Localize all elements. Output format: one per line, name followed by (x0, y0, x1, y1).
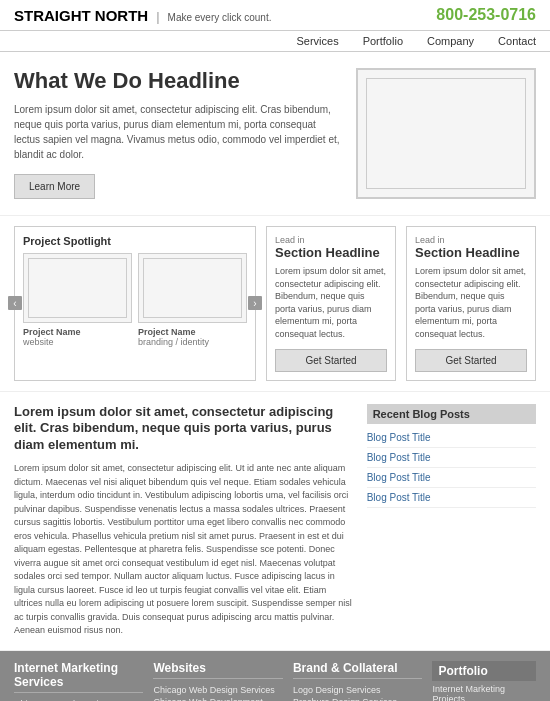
project-type-2: branding / identity (138, 337, 209, 347)
footer-services-head: Internet Marketing Services (14, 661, 143, 693)
footer-services-col: Internet Marketing Services Chicago Sear… (14, 661, 143, 701)
project-type-1: website (23, 337, 54, 347)
logo-area: STRAIGHT NORTH | Make every click count. (14, 7, 272, 24)
lead-label-2: Lead in (415, 235, 527, 245)
project-image-1 (23, 253, 132, 323)
lead-label-1: Lead in (275, 235, 387, 245)
tagline: Make every click count. (168, 12, 272, 23)
footer-columns: Internet Marketing Services Chicago Sear… (0, 651, 550, 701)
footer-portfolio-head: Portfolio (432, 661, 536, 681)
project-name-1: Project Name (23, 327, 132, 337)
footer-link[interactable]: Chicago Web Design Services (153, 685, 282, 695)
prev-arrow[interactable]: ‹ (8, 296, 22, 310)
footer-websites-col: Websites Chicago Web Design Services Chi… (153, 661, 282, 701)
hero-text: What We Do Headline Lorem ipsum dolor si… (14, 68, 342, 199)
nav-contact[interactable]: Contact (498, 35, 536, 47)
blog-post-1[interactable]: Blog Post Title (367, 428, 536, 448)
get-started-button-2[interactable]: Get Started (415, 349, 527, 372)
lead-headline-1: Section Headline (275, 245, 387, 260)
hero-image-placeholder (356, 68, 536, 199)
blog-title: Recent Blog Posts (367, 404, 536, 424)
footer-right-col: Portfolio Internet Marketing Projects We… (432, 661, 536, 701)
project-caption-1: Project Name website (23, 327, 132, 347)
footer: Internet Marketing Services Chicago Sear… (0, 651, 550, 701)
phone-number[interactable]: 800-253-0716 (436, 6, 536, 24)
footer-link[interactable]: Brochure Design Services (293, 697, 422, 701)
spotlight-images (23, 253, 247, 323)
lead-body-2: Lorem ipsum dolor sit amet, consectetur … (415, 265, 527, 341)
nav-company[interactable]: Company (427, 35, 474, 47)
blog-post-3[interactable]: Blog Post Title (367, 468, 536, 488)
project-name-2: Project Name (138, 327, 247, 337)
lead-headline-2: Section Headline (415, 245, 527, 260)
logo-divider: | (156, 9, 159, 24)
blog-sidebar: Recent Blog Posts Blog Post Title Blog P… (367, 404, 536, 638)
spotlight-captions: Project Name website Project Name brandi… (23, 327, 247, 347)
get-started-button-1[interactable]: Get Started (275, 349, 387, 372)
hero-body: Lorem ipsum dolor sit amet, consectetur … (14, 102, 342, 162)
content-headline: Lorem ipsum dolor sit amet, consectetur … (14, 404, 353, 455)
content-body: Lorem ipsum dolor sit amet, consectetur … (14, 462, 353, 638)
footer-brand-head: Brand & Collateral (293, 661, 422, 679)
hero-headline: What We Do Headline (14, 68, 342, 94)
footer-websites-head: Websites (153, 661, 282, 679)
blog-post-4[interactable]: Blog Post Title (367, 488, 536, 508)
blog-post-2[interactable]: Blog Post Title (367, 448, 536, 468)
project-caption-2: Project Name branding / identity (138, 327, 247, 347)
project-spotlight: Project Spotlight Project Name website P… (14, 226, 256, 381)
footer-right-link[interactable]: Internet Marketing Projects (432, 684, 536, 701)
project-image-2 (138, 253, 247, 323)
footer-portfolio-section: Portfolio Internet Marketing Projects We… (432, 661, 536, 701)
content-section: Lorem ipsum dolor sit amet, consectetur … (0, 392, 550, 651)
lead-card-1: Lead in Section Headline Lorem ipsum dol… (266, 226, 396, 381)
next-arrow[interactable]: › (248, 296, 262, 310)
header: STRAIGHT NORTH | Make every click count.… (0, 0, 550, 31)
footer-link[interactable]: Chicago Web Development Services (153, 697, 282, 701)
hero-section: What We Do Headline Lorem ipsum dolor si… (0, 52, 550, 216)
spotlight-section: Project Spotlight Project Name website P… (0, 216, 550, 392)
nav-portfolio[interactable]: Portfolio (363, 35, 403, 47)
main-content: Lorem ipsum dolor sit amet, consectetur … (14, 404, 353, 638)
nav-services[interactable]: Services (296, 35, 338, 47)
footer-link[interactable]: Logo Design Services (293, 685, 422, 695)
spotlight-title: Project Spotlight (23, 235, 247, 247)
logo-text: STRAIGHT NORTH (14, 7, 148, 24)
lead-body-1: Lorem ipsum dolor sit amet, consectetur … (275, 265, 387, 341)
footer-brand-col: Brand & Collateral Logo Design Services … (293, 661, 422, 701)
learn-more-button[interactable]: Learn More (14, 174, 95, 199)
main-nav: Services Portfolio Company Contact (0, 31, 550, 52)
lead-card-2: Lead in Section Headline Lorem ipsum dol… (406, 226, 536, 381)
